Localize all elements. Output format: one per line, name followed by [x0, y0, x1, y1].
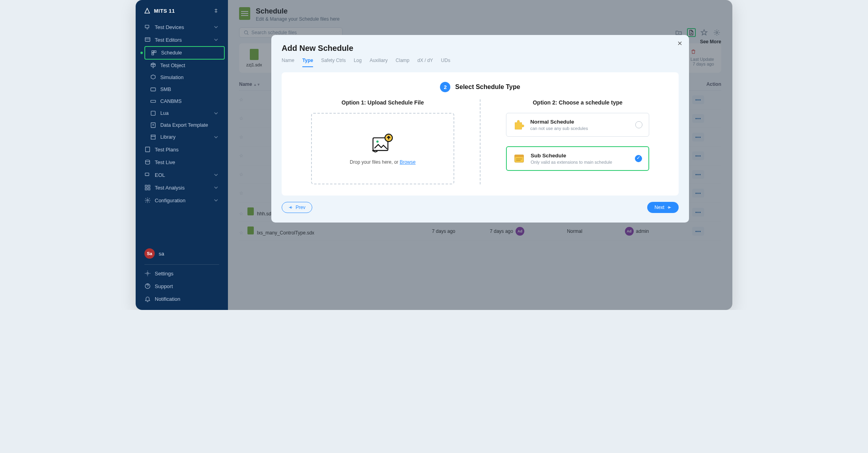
- sidebar-item-label: Test Object: [160, 63, 185, 68]
- main-content: Schedule Edit & Manage your Schedule fil…: [228, 0, 732, 310]
- sidebar-item-lua[interactable]: Lua: [144, 107, 225, 119]
- svg-rect-27: [516, 160, 521, 161]
- tab-type[interactable]: Type: [302, 58, 313, 67]
- sidebar-item-test-analysis[interactable]: Test Analysis: [139, 181, 225, 194]
- sidebar-item-label: Library: [160, 134, 175, 140]
- arrow-left-icon: [288, 205, 293, 210]
- sidebar-item-configuration[interactable]: Configuration: [139, 194, 225, 207]
- sidebar-item-label: Configuration: [155, 197, 185, 203]
- tab-log[interactable]: Log: [354, 58, 362, 67]
- tab-name[interactable]: Name: [282, 58, 294, 67]
- browse-link[interactable]: Browse: [400, 159, 416, 165]
- upload-dropzone[interactable]: Drop your files here, or Browse: [311, 113, 454, 184]
- simulation-icon: [150, 74, 156, 81]
- cube-icon: [150, 62, 156, 69]
- chevron-up-icon: [213, 37, 219, 43]
- svg-point-10: [146, 160, 150, 162]
- sidebar-item-support[interactable]: Support: [139, 280, 225, 292]
- sidebar-user[interactable]: Sa sa: [139, 245, 225, 262]
- svg-rect-12: [145, 185, 147, 187]
- svg-point-17: [147, 273, 148, 274]
- svg-rect-9: [146, 147, 150, 152]
- sidebar-item-label: SMB: [160, 87, 171, 92]
- sidebar-item-canbms[interactable]: CANBMS: [144, 95, 225, 107]
- svg-rect-14: [145, 188, 147, 190]
- sidebar-item-schedule[interactable]: Schedule: [144, 46, 225, 60]
- chevron-down-icon: [213, 134, 219, 140]
- sidebar-item-label: Settings: [155, 271, 173, 277]
- eol-icon: [144, 172, 151, 178]
- svg-rect-7: [151, 111, 156, 116]
- svg-rect-4: [152, 53, 154, 55]
- sidebar-item-label: Schedule: [161, 50, 182, 56]
- help-icon: [144, 283, 151, 289]
- next-button[interactable]: Next: [647, 202, 679, 213]
- svg-rect-11: [145, 173, 149, 176]
- card-subtitle: can not use any sub scedules: [530, 126, 588, 131]
- sidebar-item-test-live[interactable]: Test Live: [139, 156, 225, 168]
- sidebar-item-label: CANBMS: [160, 99, 181, 104]
- sidebar: MITS 11 Test Devices Test Editors Schedu…: [136, 0, 228, 310]
- plans-icon: [144, 146, 151, 153]
- tab-uds[interactable]: UDs: [441, 58, 450, 67]
- card-title: Normal Schedule: [530, 119, 588, 125]
- close-button[interactable]: [677, 41, 683, 46]
- drop-text: Drop your files here, or: [350, 159, 399, 165]
- sidebar-item-label: Test Editors: [155, 37, 182, 43]
- schedule-type-normal[interactable]: Normal Schedule can not use any sub sced…: [506, 113, 649, 137]
- sidebar-item-smb[interactable]: SMB: [144, 83, 225, 95]
- svg-rect-0: [145, 25, 149, 28]
- sidebar-item-label: Test Live: [155, 159, 175, 165]
- collapse-icon[interactable]: [214, 8, 220, 14]
- sidebar-item-label: Data Export Template: [160, 122, 208, 128]
- canbms-icon: [150, 98, 156, 105]
- tab-dx-dy[interactable]: dX / dY: [417, 58, 433, 67]
- tab-safety-ctrls[interactable]: Safety Ctrls: [321, 58, 346, 67]
- option2-title: Option 2: Choose a schedule type: [533, 99, 623, 106]
- sidebar-item-settings[interactable]: Settings: [139, 267, 225, 280]
- divider: [480, 99, 481, 184]
- smb-icon: [150, 86, 156, 93]
- card-title: Sub Schedule: [531, 153, 612, 159]
- sidebar-item-test-editors[interactable]: Test Editors: [139, 33, 225, 46]
- svg-rect-1: [145, 38, 150, 41]
- sidebar-item-label: Test Devices: [155, 24, 184, 30]
- live-icon: [144, 159, 151, 165]
- svg-rect-15: [148, 188, 150, 190]
- svg-point-16: [147, 199, 148, 201]
- library-icon: [150, 134, 156, 140]
- radio-unchecked: [635, 121, 642, 128]
- sidebar-item-library[interactable]: Library: [144, 131, 225, 143]
- prev-button[interactable]: Prev: [282, 202, 312, 213]
- logo-icon: [144, 7, 151, 14]
- tab-clamp[interactable]: Clamp: [396, 58, 410, 67]
- svg-rect-13: [148, 185, 150, 187]
- svg-rect-6: [151, 100, 156, 102]
- sidebar-item-label: Test Plans: [155, 147, 179, 153]
- close-icon: [677, 41, 683, 46]
- step-number: 2: [440, 82, 450, 92]
- sidebar-item-test-devices[interactable]: Test Devices: [139, 21, 225, 33]
- devices-icon: [144, 24, 151, 30]
- sidebar-item-data-export[interactable]: Data Export Template: [144, 119, 225, 131]
- sidebar-item-eol[interactable]: EOL: [139, 168, 225, 181]
- sidebar-item-notification[interactable]: Notification: [139, 292, 225, 305]
- upload-illustration-icon: [371, 132, 395, 154]
- sidebar-item-simulation[interactable]: Simulation: [144, 72, 225, 83]
- schedule-type-sub[interactable]: Sub Schedule Only valid as extensions to…: [506, 146, 649, 171]
- tab-auxiliary[interactable]: Auxiliary: [370, 58, 387, 67]
- sidebar-item-label: Test Analysis: [155, 185, 185, 191]
- sidebar-item-label: EOL: [155, 172, 165, 178]
- puzzle-icon: [513, 119, 525, 131]
- analysis-icon: [144, 184, 151, 191]
- svg-rect-3: [154, 51, 156, 53]
- sidebar-item-test-object[interactable]: Test Object: [144, 60, 225, 72]
- svg-rect-26: [516, 159, 522, 159]
- app-name: MITS 11: [154, 8, 175, 14]
- sidebar-item-label: Notification: [155, 296, 180, 302]
- chevron-down-icon: [213, 197, 219, 203]
- schedule-icon: [151, 50, 157, 56]
- sidebar-item-test-plans[interactable]: Test Plans: [139, 143, 225, 156]
- gear-icon: [144, 197, 151, 203]
- modal-tabs: NameTypeSafety CtrlsLogAuxiliaryClampdX …: [282, 58, 679, 68]
